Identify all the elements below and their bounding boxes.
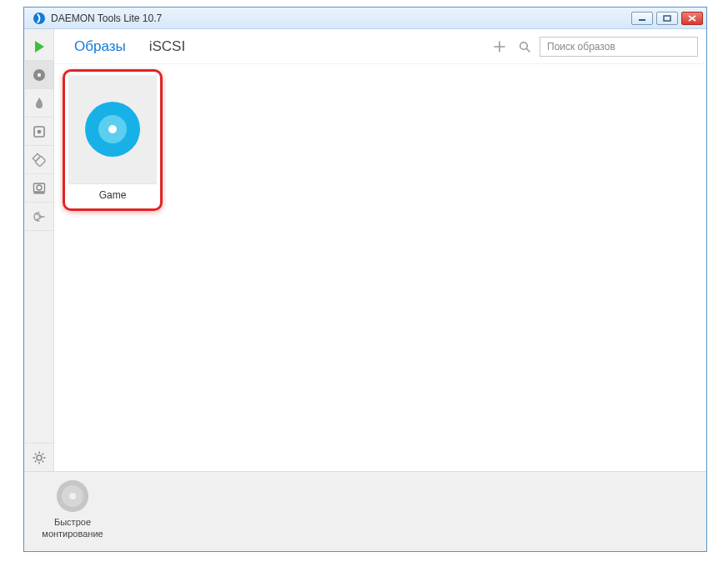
sidebar-usb-button[interactable] [25, 146, 53, 174]
svg-line-17 [34, 453, 36, 454]
maximize-button[interactable] [656, 12, 678, 25]
main-area: Образы iSCSI [54, 29, 706, 471]
svg-rect-11 [33, 192, 44, 193]
svg-rect-2 [664, 16, 670, 21]
search-input[interactable] [540, 37, 698, 57]
app-icon [33, 12, 46, 25]
sidebar-play-button[interactable] [25, 33, 53, 61]
sidebar-disc-drive-button[interactable] [25, 174, 53, 203]
sidebar-settings-button[interactable] [25, 443, 53, 471]
svg-point-4 [37, 73, 40, 76]
close-button[interactable] [681, 12, 703, 25]
sidebar-share-button[interactable] [25, 203, 53, 231]
sidebar-drive-button[interactable] [25, 118, 53, 146]
svg-line-22 [526, 48, 530, 52]
image-label: Game [68, 183, 157, 205]
svg-rect-8 [35, 156, 46, 167]
add-button[interactable] [490, 37, 510, 57]
svg-line-20 [34, 460, 36, 462]
svg-rect-1 [639, 19, 645, 21]
image-grid: Game [54, 64, 706, 471]
quick-mount-label-1: Быстрое [54, 517, 91, 529]
sidebar-burn-button[interactable] [25, 89, 53, 118]
quick-mount-label-2: монтирование [42, 529, 103, 540]
bottom-bar: Быстрое монтирование [24, 471, 706, 551]
svg-line-18 [42, 460, 43, 462]
titlebar: DAEMON Tools Lite 10.7 [24, 8, 706, 29]
disc-icon [85, 102, 140, 157]
image-item[interactable]: Game [63, 69, 163, 211]
sidebar-images-button[interactable] [25, 61, 53, 89]
svg-point-6 [37, 129, 41, 133]
quick-mount-button[interactable]: Быстрое монтирование [36, 480, 109, 540]
tab-images[interactable]: Образы [74, 38, 126, 55]
minimize-button[interactable] [631, 12, 653, 25]
tab-iscsi[interactable]: iSCSI [149, 38, 185, 55]
svg-point-12 [37, 455, 42, 460]
svg-point-10 [37, 185, 42, 190]
search-icon[interactable] [515, 37, 535, 57]
image-thumb [68, 75, 157, 183]
sidebar [24, 29, 54, 471]
app-window: DAEMON Tools Lite 10.7 [23, 7, 707, 552]
svg-line-19 [42, 453, 43, 454]
topbar: Образы iSCSI [54, 29, 706, 64]
quick-mount-icon [57, 480, 88, 512]
window-title: DAEMON Tools Lite 10.7 [51, 13, 162, 24]
